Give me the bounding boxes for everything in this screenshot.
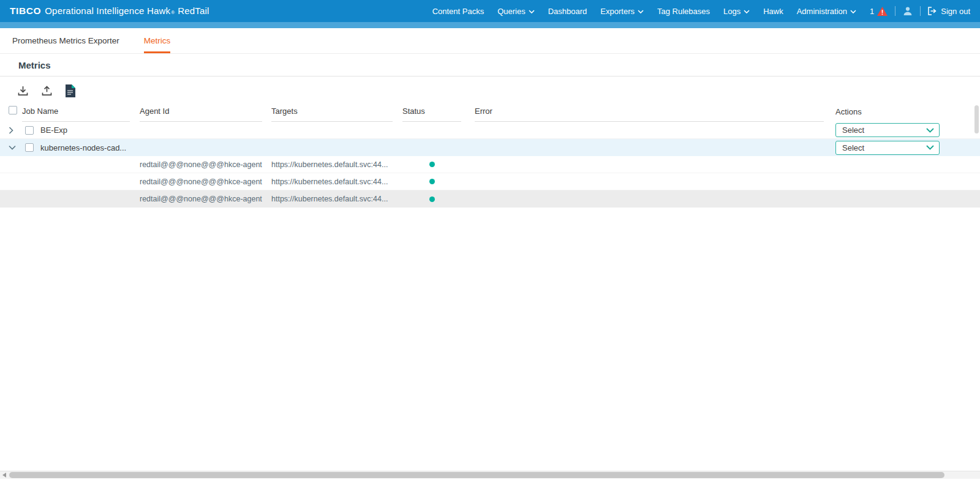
brand-logo: TIBCO Operational Intelligence Hawk® Red…: [10, 6, 209, 17]
brand-tibco: TIBCO: [10, 6, 41, 17]
nav-item-logs[interactable]: Logs: [723, 7, 750, 16]
sign-out-label: Sign out: [941, 7, 970, 16]
brand-product: RedTail: [178, 6, 209, 16]
report-button[interactable]: [63, 83, 78, 98]
nav-item-label: Dashboard: [548, 7, 587, 16]
target-url: https://kubernetes.default.svc:44...: [271, 195, 393, 203]
column-header-label: Error: [475, 107, 492, 116]
job-name: kubernetes-nodes-cad...: [40, 143, 130, 152]
nav-item-content-packs[interactable]: Content Packs: [432, 7, 484, 16]
panel-header: Metrics: [0, 54, 980, 77]
divider: [895, 6, 895, 16]
sign-out-icon: [928, 7, 937, 15]
tab-prometheus-metrics-exporter[interactable]: Prometheus Metrics Exporter: [12, 28, 119, 53]
header-job-name: Job Name: [22, 107, 130, 122]
agent-id: redtail@@@none@@@hkce-agent-se: [140, 160, 262, 169]
nav-item-exporters[interactable]: Exporters: [600, 7, 644, 16]
row-action-select[interactable]: Select: [835, 141, 940, 155]
horizontal-scrollbar-thumb[interactable]: [9, 472, 944, 478]
collapse-chevron-icon[interactable]: [9, 145, 16, 150]
header-checkbox-cell: [9, 106, 22, 122]
nav-item-label: Tag Rulebases: [657, 7, 710, 16]
nav-item-tag-rulebases[interactable]: Tag Rulebases: [657, 7, 710, 16]
chevron-down-icon: [638, 10, 644, 13]
nav-item-administration[interactable]: Administration: [797, 7, 856, 16]
report-icon: [65, 84, 76, 97]
target-subrow: redtail@@@none@@@hkce-agent-se https://k…: [0, 173, 980, 190]
user-icon: [903, 6, 913, 16]
table-header: Job Name Agent Id Targets Status Error A…: [0, 103, 980, 122]
metrics-toolbar: [0, 77, 980, 103]
upload-icon: [40, 84, 53, 97]
chevron-down-icon: [744, 10, 750, 13]
chevron-down-icon: [926, 145, 934, 150]
nav-item-label: Exporters: [600, 7, 635, 16]
job-name: BE-Exp: [40, 125, 130, 135]
column-header-label: Targets: [271, 107, 298, 116]
table-row: kubernetes-nodes-cad... Select: [0, 139, 980, 156]
status-up-dot: [429, 179, 435, 184]
scroll-left-arrow[interactable]: [0, 471, 9, 479]
warning-triangle-icon: [877, 7, 888, 16]
alerts-indicator[interactable]: 1: [870, 7, 888, 16]
row-checkbox[interactable]: [25, 143, 34, 152]
nav-item-dashboard[interactable]: Dashboard: [548, 7, 587, 16]
download-button[interactable]: [15, 83, 30, 98]
select-value: Select: [842, 125, 864, 135]
divider: [920, 6, 921, 16]
nav-item-hawk[interactable]: Hawk: [763, 7, 783, 16]
status-up-dot: [429, 197, 435, 202]
left-arrow-icon: [2, 473, 6, 477]
nav-item-label: Hawk: [763, 7, 783, 16]
target-url: https://kubernetes.default.svc:44...: [271, 178, 393, 186]
chevron-down-icon: [529, 10, 535, 13]
target-subrow: redtail@@@none@@@hkce-agent-se https://k…: [0, 190, 980, 208]
expand-chevron-icon[interactable]: [9, 127, 13, 134]
header-targets: Targets: [271, 107, 393, 122]
brand-registered-mark: ®: [171, 10, 175, 15]
vertical-scrollbar-thumb[interactable]: [974, 105, 979, 133]
row-checkbox[interactable]: [25, 126, 34, 135]
upload-button[interactable]: [39, 83, 54, 98]
header-error: Error: [475, 107, 824, 122]
agent-id: redtail@@@none@@@hkce-agent-se: [140, 178, 262, 186]
user-profile-button[interactable]: [903, 6, 913, 16]
header-status: Status: [402, 107, 461, 122]
nav-item-label: Logs: [723, 7, 741, 16]
navbar-secondary-strip: [0, 22, 980, 28]
horizontal-scrollbar[interactable]: [0, 471, 980, 479]
target-subrow: redtail@@@none@@@hkce-agent-se https://k…: [0, 156, 980, 173]
select-value: Select: [842, 143, 864, 152]
tab-label: Metrics: [144, 36, 171, 45]
nav-item-queries[interactable]: Queries: [497, 7, 535, 16]
chevron-down-icon: [850, 10, 856, 13]
page-title: Metrics: [18, 60, 51, 70]
row-action-select[interactable]: Select: [835, 123, 940, 137]
tab-bar: Prometheus Metrics Exporter Metrics: [0, 28, 980, 54]
header-agent-id: Agent Id: [140, 107, 262, 122]
nav-item-label: Queries: [497, 7, 526, 16]
top-navbar: TIBCO Operational Intelligence Hawk® Red…: [0, 0, 980, 22]
brand-title: Operational Intelligence Hawk: [45, 6, 170, 16]
alert-count: 1: [870, 7, 874, 16]
tab-label: Prometheus Metrics Exporter: [12, 36, 119, 45]
navbar-right: 1 Sign out: [870, 6, 970, 16]
tab-metrics[interactable]: Metrics: [144, 28, 171, 53]
chevron-down-icon: [926, 128, 934, 133]
column-header-label: Status: [402, 107, 425, 116]
column-header-label: Actions: [835, 107, 862, 116]
target-url: https://kubernetes.default.svc:44...: [271, 160, 393, 169]
sign-out-button[interactable]: Sign out: [928, 7, 970, 16]
agent-id: redtail@@@none@@@hkce-agent-se: [140, 195, 262, 203]
status-up-dot: [429, 162, 435, 167]
download-icon: [17, 84, 29, 97]
column-header-label: Job Name: [22, 107, 58, 116]
nav-item-label: Administration: [797, 7, 847, 16]
select-all-checkbox[interactable]: [9, 106, 17, 114]
nav-item-label: Content Packs: [432, 7, 484, 16]
table-row: BE-Exp Select: [0, 122, 980, 139]
column-header-label: Agent Id: [140, 107, 169, 116]
header-actions: Actions: [835, 107, 952, 122]
main-nav: Content Packs Queries Dashboard Exporter…: [432, 7, 856, 16]
